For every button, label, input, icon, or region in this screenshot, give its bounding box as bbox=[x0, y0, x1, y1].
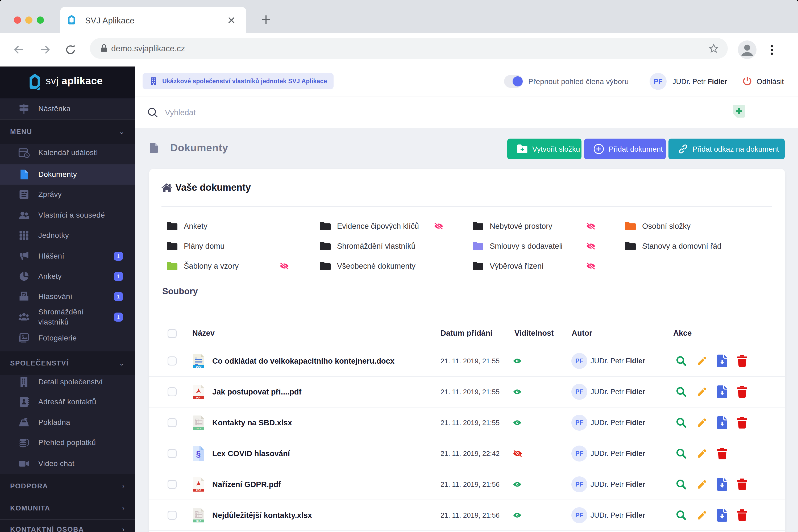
svg-text:§: § bbox=[196, 449, 201, 459]
svg-text:DOC: DOC bbox=[196, 365, 201, 368]
svg-text:XLS: XLS bbox=[196, 427, 201, 430]
svg-text:PDF: PDF bbox=[196, 489, 201, 492]
svg-text:XLS: XLS bbox=[196, 519, 201, 522]
svg-text:PDF: PDF bbox=[196, 396, 201, 399]
